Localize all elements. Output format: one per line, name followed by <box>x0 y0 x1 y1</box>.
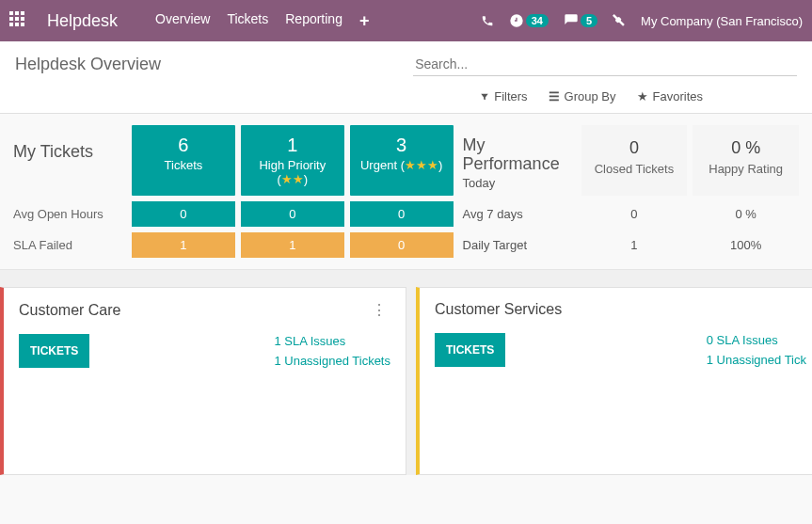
filters-button[interactable]: Filters <box>480 89 527 103</box>
phone-icon[interactable] <box>481 14 494 27</box>
myperf-title: My Performance Today <box>463 125 576 196</box>
cell: 0 <box>581 201 688 227</box>
search-input[interactable] <box>413 53 797 76</box>
kpi-happy-rating[interactable]: 0 % Happy Rating <box>693 125 799 196</box>
team-card-customer-care[interactable]: Customer Care ⋮ TICKETS 1 SLA Issues 1 U… <box>0 287 406 475</box>
activities-badge: 34 <box>526 14 549 27</box>
cell[interactable]: 1 <box>132 232 235 258</box>
groupby-button[interactable]: ☰ Group By <box>549 89 616 103</box>
kpi-closed-tickets[interactable]: 0 Closed Tickets <box>581 125 688 196</box>
favorites-button[interactable]: ★ Favorites <box>637 89 703 103</box>
page-title: Helpdesk Overview <box>15 55 398 74</box>
row-sla-failed: SLA Failed <box>13 232 126 258</box>
dashboard-stats: My Tickets 6 Tickets 1 High Priority(★★)… <box>0 114 812 270</box>
link-sla-issues[interactable]: 1 SLA Issues <box>274 334 390 348</box>
control-panel: Helpdesk Overview Filters ☰ Group By ★ F… <box>0 41 812 114</box>
team-name: Customer Care <box>19 302 120 319</box>
apps-icon[interactable] <box>9 11 28 30</box>
nav-new-icon[interactable]: + <box>359 11 370 31</box>
star-icon: ★★★ <box>405 158 438 172</box>
star-icon: ★★ <box>281 172 304 186</box>
tile-high-priority[interactable]: 1 High Priority(★★) <box>241 125 344 196</box>
tile-urgent[interactable]: 3 Urgent (★★★) <box>350 125 454 196</box>
tools-icon[interactable] <box>613 14 626 27</box>
team-name: Customer Services <box>435 301 562 318</box>
cell[interactable]: 0 <box>350 232 454 258</box>
cell[interactable]: 0 <box>132 201 235 227</box>
tickets-button[interactable]: TICKETS <box>19 334 89 368</box>
messages-icon[interactable]: 5 <box>564 13 597 28</box>
teams-kanban: Customer Care ⋮ TICKETS 1 SLA Issues 1 U… <box>0 270 812 475</box>
activities-icon[interactable]: 34 <box>509 13 549 28</box>
tickets-button[interactable]: TICKETS <box>435 333 505 367</box>
link-sla-issues[interactable]: 0 SLA Issues <box>707 333 806 347</box>
nav-right: 34 5 My Company (San Francisco) <box>481 13 803 28</box>
row-avg-open: Avg Open Hours <box>13 201 126 227</box>
cell: 100% <box>693 232 799 258</box>
nav-reporting[interactable]: Reporting <box>285 11 342 31</box>
link-unassigned[interactable]: 1 Unassigned Tick <box>707 353 806 367</box>
nav-tickets[interactable]: Tickets <box>227 11 268 31</box>
cell[interactable]: 0 <box>241 201 344 227</box>
company-switcher[interactable]: My Company (San Francisco) <box>641 14 803 28</box>
cell[interactable]: 0 <box>350 201 454 227</box>
team-card-customer-services[interactable]: Customer Services TICKETS 0 SLA Issues 1… <box>416 287 812 475</box>
cell: 0 % <box>693 201 799 227</box>
link-unassigned[interactable]: 1 Unassigned Tickets <box>274 354 390 368</box>
messages-badge: 5 <box>581 14 597 27</box>
cell: 1 <box>581 232 688 258</box>
nav-links: Overview Tickets Reporting + <box>155 11 369 31</box>
kebab-icon[interactable]: ⋮ <box>368 301 390 319</box>
row-dailytarget: Daily Target <box>463 232 576 258</box>
navbar: Helpdesk Overview Tickets Reporting + 34… <box>0 0 812 41</box>
nav-overview[interactable]: Overview <box>155 11 210 31</box>
app-brand[interactable]: Helpdesk <box>47 11 118 31</box>
row-avg7: Avg 7 days <box>463 201 576 227</box>
tile-tickets[interactable]: 6 Tickets <box>132 125 235 196</box>
mytickets-title: My Tickets <box>13 125 126 196</box>
cell[interactable]: 1 <box>241 232 344 258</box>
